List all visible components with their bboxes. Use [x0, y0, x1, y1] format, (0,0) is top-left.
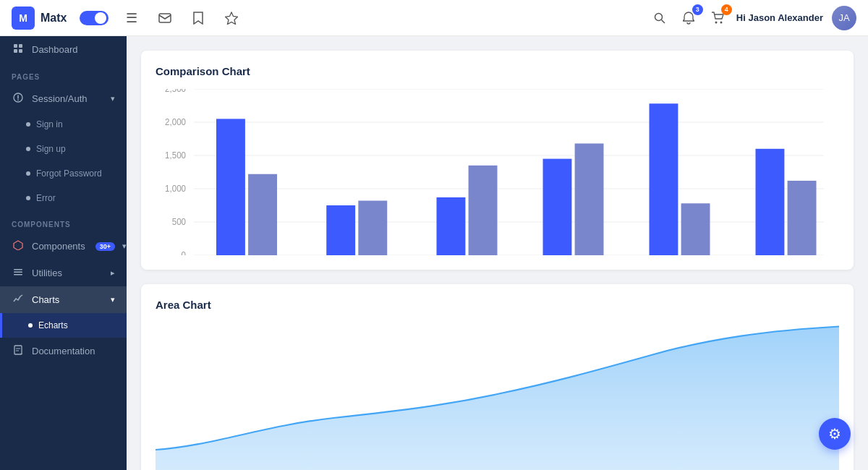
- bar-jan-s2: [248, 174, 277, 255]
- topnav-right: 3 4 Hi Jason Alexander JA: [650, 6, 856, 30]
- svg-point-4: [715, 21, 717, 23]
- comparison-chart-svg: 2,500 2,000 1,500 1,000 500 0 Jan Feb: [156, 89, 839, 255]
- svg-point-5: [720, 21, 722, 23]
- area-chart-svg: [156, 322, 839, 470]
- user-avatar[interactable]: JA: [832, 6, 856, 30]
- svg-rect-6: [14, 44, 17, 48]
- svg-text:500: 500: [172, 217, 187, 227]
- svg-rect-0: [159, 14, 171, 22]
- sidebar-item-dashboard[interactable]: Dashboard: [0, 36, 127, 63]
- svg-point-2: [655, 13, 662, 20]
- sidebar-item-charts[interactable]: Charts ▾: [0, 286, 127, 313]
- svg-rect-13: [14, 274, 22, 275]
- svg-rect-11: [14, 269, 22, 270]
- notification-button[interactable]: 3: [678, 8, 699, 28]
- error-dot: [26, 196, 30, 200]
- signup-label: Sign up: [36, 144, 66, 154]
- notification-badge: 3: [692, 4, 703, 15]
- bar-apr-s1: [543, 159, 572, 255]
- pages-section: PAGES: [0, 63, 127, 85]
- svg-text:1,500: 1,500: [165, 150, 186, 161]
- sidebar-item-utilities[interactable]: Utilities ▸: [0, 260, 127, 286]
- components-icon: [12, 240, 25, 252]
- svg-rect-12: [14, 272, 22, 273]
- components-label: Components: [32, 241, 85, 252]
- dashboard-label: Dashboard: [32, 44, 78, 55]
- main-content: Comparison Chart 2,500 2,000 1,500 1,000…: [127, 36, 868, 470]
- sidebar-item-components[interactable]: Components 30+ ▾: [0, 233, 127, 260]
- documentation-icon: [12, 345, 25, 357]
- bar-mar-s1: [437, 197, 466, 255]
- bar-mar-s2: [469, 166, 498, 255]
- mail-button[interactable]: [155, 8, 175, 28]
- bar-apr-s2: [575, 143, 604, 255]
- sidebar-item-signup[interactable]: Sign up: [0, 137, 127, 161]
- topnav-left: M Matx ☰: [12, 7, 242, 30]
- menu-button[interactable]: ☰: [122, 8, 142, 28]
- sidebar-item-echarts[interactable]: Echarts: [0, 313, 127, 338]
- app-name: Matx: [41, 12, 67, 25]
- session-icon: [12, 93, 25, 105]
- sidebar: Dashboard PAGES Session/Auth ▾ Sign in S…: [0, 36, 127, 470]
- bookmark-button[interactable]: [188, 8, 208, 28]
- area-chart-card: Area Chart: [141, 284, 854, 470]
- topnav: M Matx ☰ 3 4 Hi Jason Alexander JA: [0, 0, 868, 36]
- bar-feb-s1: [326, 205, 355, 255]
- svg-rect-8: [14, 49, 17, 53]
- comparison-chart-title: Comparison Chart: [156, 65, 839, 77]
- logo-icon: M: [12, 7, 35, 30]
- components-section: COMPONENTS: [0, 210, 127, 233]
- area-chart-wrap: [156, 322, 839, 470]
- bar-jan-s1: [216, 119, 245, 255]
- star-button[interactable]: [221, 8, 242, 28]
- theme-toggle[interactable]: [80, 11, 109, 25]
- svg-rect-7: [19, 44, 22, 48]
- area-fill: [156, 327, 839, 471]
- svg-rect-9: [19, 49, 22, 53]
- charts-chevron: ▾: [111, 295, 115, 304]
- sidebar-item-forgot[interactable]: Forgot Password: [0, 161, 127, 186]
- echarts-label: Echarts: [38, 320, 68, 330]
- user-greeting: Hi Jason Alexander: [736, 12, 823, 23]
- svg-text:2,000: 2,000: [165, 117, 186, 127]
- dashboard-icon: [12, 43, 25, 56]
- svg-rect-14: [14, 346, 22, 354]
- echarts-dot: [28, 323, 33, 328]
- charts-label: Charts: [32, 294, 59, 305]
- svg-text:0: 0: [182, 250, 187, 255]
- area-chart-title: Area Chart: [156, 299, 839, 311]
- search-button[interactable]: [650, 8, 670, 28]
- comparison-chart-card: Comparison Chart 2,500 2,000 1,500 1,000…: [141, 51, 854, 270]
- documentation-label: Documentation: [32, 346, 95, 356]
- utilities-icon: [12, 267, 25, 279]
- signup-dot: [26, 147, 30, 151]
- app-logo[interactable]: M Matx: [12, 7, 67, 30]
- signin-dot: [26, 122, 30, 127]
- layout: Dashboard PAGES Session/Auth ▾ Sign in S…: [0, 36, 868, 470]
- cart-button[interactable]: 4: [707, 8, 728, 28]
- error-label: Error: [36, 193, 56, 203]
- cart-badge: 4: [721, 4, 732, 15]
- fab-button[interactable]: ⚙: [819, 418, 851, 450]
- svg-text:1,000: 1,000: [165, 184, 186, 194]
- forgot-dot: [26, 171, 30, 176]
- utilities-label: Utilities: [32, 268, 62, 278]
- comparison-chart-wrap: 2,500 2,000 1,500 1,000 500 0 Jan Feb: [156, 89, 839, 255]
- session-label: Session/Auth: [32, 93, 88, 104]
- signin-label: Sign in: [36, 119, 63, 129]
- svg-marker-1: [226, 12, 238, 25]
- sidebar-item-session[interactable]: Session/Auth ▾: [0, 85, 127, 112]
- svg-line-3: [661, 20, 665, 23]
- bar-may-s2: [681, 203, 710, 255]
- sidebar-item-signin[interactable]: Sign in: [0, 112, 127, 137]
- svg-text:2,500: 2,500: [165, 89, 186, 94]
- bar-june-s2: [788, 181, 817, 255]
- bar-june-s1: [756, 149, 785, 255]
- bar-may-s1: [650, 103, 678, 255]
- sidebar-item-error[interactable]: Error: [0, 186, 127, 210]
- bar-feb-s2: [358, 201, 387, 255]
- charts-icon: [12, 294, 25, 306]
- components-badge: 30+: [95, 242, 115, 251]
- sidebar-item-documentation[interactable]: Documentation: [0, 338, 127, 364]
- session-chevron: ▾: [111, 94, 115, 103]
